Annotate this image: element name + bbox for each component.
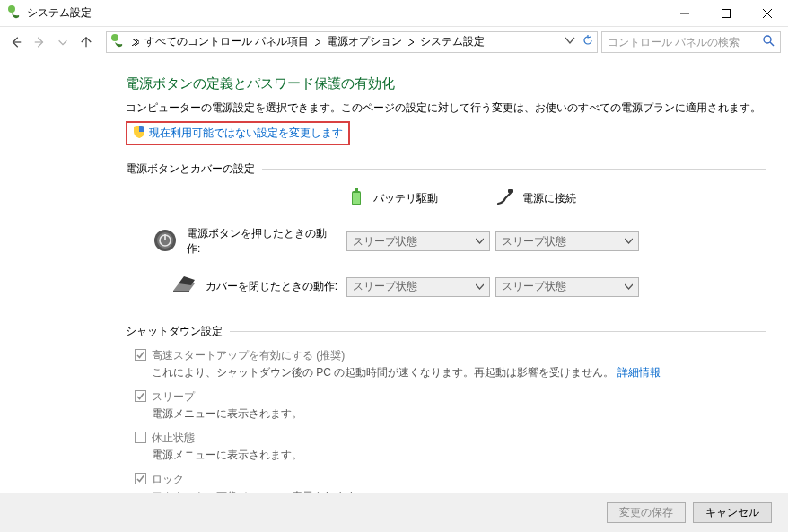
svg-line-10 bbox=[770, 42, 774, 46]
column-header-plugged: 電源に接続 bbox=[495, 188, 639, 210]
chevron-down-icon bbox=[476, 281, 484, 293]
option-label: 休止状態 bbox=[152, 431, 302, 446]
window-controls bbox=[664, 0, 788, 27]
chevron-down-icon bbox=[625, 235, 633, 248]
breadcrumbs: すべてのコントロール パネル項目 電源オプション システム設定 bbox=[128, 34, 561, 49]
shutdown-option: 高速スタートアップを有効にする (推奨)これにより、シャットダウン後の PC の… bbox=[135, 348, 766, 386]
breadcrumb-item[interactable]: 電源オプション bbox=[325, 34, 404, 49]
column-label: バッテリ駆動 bbox=[373, 191, 438, 206]
power-icon bbox=[153, 228, 178, 256]
row-power-button: 電源ボタンを押したときの動作: bbox=[153, 226, 341, 257]
select-value: スリープ状態 bbox=[502, 279, 566, 294]
chevron-down-icon bbox=[625, 281, 633, 293]
shutdown-section: シャットダウン設定 高速スタートアップを有効にする (推奨)これにより、シャット… bbox=[126, 324, 766, 513]
option-label: スリープ bbox=[152, 389, 302, 405]
page-description: コンピューターの電源設定を選択できます。このページの設定に対して行う変更は、お使… bbox=[126, 100, 766, 116]
app-icon bbox=[7, 4, 22, 22]
close-button[interactable] bbox=[747, 0, 788, 27]
option-label: ロック bbox=[152, 472, 367, 487]
option-label: 高速スタートアップを有効にする (推奨) bbox=[152, 348, 661, 363]
select-value: スリープ状態 bbox=[353, 279, 417, 294]
search-icon[interactable] bbox=[762, 34, 780, 49]
content-area: 電源ボタンの定義とパスワード保護の有効化 コンピューターの電源設定を選択できます… bbox=[0, 57, 788, 513]
details-link[interactable]: 詳細情報 bbox=[617, 366, 661, 379]
page-heading: 電源ボタンの定義とパスワード保護の有効化 bbox=[126, 75, 766, 92]
option-checkbox[interactable] bbox=[135, 349, 146, 361]
footer: 変更の保存 キャンセル bbox=[0, 493, 788, 532]
nav-back-button[interactable] bbox=[5, 31, 27, 53]
uac-shield-icon bbox=[133, 126, 149, 141]
option-checkbox[interactable] bbox=[135, 390, 146, 402]
lid-close-plugged-select[interactable]: スリープ状態 bbox=[495, 277, 639, 297]
nav-forward-button[interactable] bbox=[29, 31, 50, 53]
minimize-button[interactable] bbox=[664, 0, 705, 27]
shutdown-option: スリープ電源メニューに表示されます。 bbox=[135, 389, 766, 427]
address-icon bbox=[107, 33, 125, 50]
svg-point-9 bbox=[764, 36, 771, 43]
row-lid-close: カバーを閉じたときの動作: bbox=[153, 273, 341, 301]
breadcrumb-item[interactable]: すべてのコントロール パネル項目 bbox=[143, 34, 311, 49]
option-description: 電源メニューに表示されます。 bbox=[152, 448, 302, 463]
svg-rect-13 bbox=[353, 193, 360, 204]
svg-point-8 bbox=[111, 34, 118, 41]
option-checkbox[interactable] bbox=[135, 432, 146, 443]
search-input[interactable] bbox=[602, 36, 762, 48]
lid-icon bbox=[171, 273, 197, 301]
column-label: 電源に接続 bbox=[522, 191, 576, 206]
power-button-plugged-select[interactable]: スリープ状態 bbox=[495, 231, 639, 251]
power-button-on-battery-select[interactable]: スリープ状態 bbox=[346, 231, 490, 251]
power-button-section: 電源ボタンとカバーの設定 バッテリ駆動 電源に接続 電源ボタンを押したときの動作… bbox=[126, 161, 766, 308]
option-description: これにより、シャットダウン後の PC の起動時間が速くなります。再起動は影響を受… bbox=[152, 365, 661, 380]
svg-point-0 bbox=[8, 5, 15, 13]
svg-rect-14 bbox=[508, 189, 513, 193]
select-value: スリープ状態 bbox=[502, 234, 566, 249]
svg-rect-12 bbox=[355, 188, 358, 191]
chevron-down-icon bbox=[476, 235, 484, 248]
nav-up-button[interactable] bbox=[75, 31, 97, 53]
shutdown-option: 休止状態電源メニューに表示されます。 bbox=[135, 431, 766, 468]
breadcrumb-item[interactable]: システム設定 bbox=[418, 34, 486, 49]
admin-link-label: 現在利用可能ではない設定を変更します bbox=[149, 126, 343, 141]
address-bar[interactable]: すべてのコントロール パネル項目 電源オプション システム設定 bbox=[106, 31, 598, 53]
row-label-text: カバーを閉じたときの動作: bbox=[206, 279, 337, 294]
shutdown-legend: シャットダウン設定 bbox=[126, 324, 230, 339]
crumb-prefix-sep-icon[interactable] bbox=[128, 36, 143, 48]
address-dropdown-icon[interactable] bbox=[565, 35, 575, 48]
battery-icon bbox=[346, 188, 366, 210]
option-checkbox[interactable] bbox=[135, 473, 146, 484]
maximize-button[interactable] bbox=[705, 0, 747, 27]
column-header-battery: バッテリ駆動 bbox=[346, 188, 490, 210]
search-box[interactable] bbox=[601, 31, 781, 53]
svg-rect-2 bbox=[722, 9, 731, 17]
plug-icon bbox=[495, 188, 515, 210]
option-description: 電源メニューに表示されます。 bbox=[152, 406, 302, 422]
nav-recent-dropdown[interactable] bbox=[52, 31, 74, 53]
lid-close-on-battery-select[interactable]: スリープ状態 bbox=[346, 277, 490, 297]
window-title: システム設定 bbox=[27, 5, 92, 21]
power-button-legend: 電源ボタンとカバーの設定 bbox=[126, 161, 262, 177]
select-value: スリープ状態 bbox=[353, 234, 417, 249]
navbar: すべてのコントロール パネル項目 電源オプション システム設定 bbox=[0, 27, 788, 57]
titlebar: システム設定 bbox=[0, 0, 788, 27]
cancel-button[interactable]: キャンセル bbox=[693, 502, 772, 523]
change-unavailable-settings-link[interactable]: 現在利用可能ではない設定を変更します bbox=[126, 121, 350, 145]
refresh-icon[interactable] bbox=[582, 35, 593, 48]
save-button[interactable]: 変更の保存 bbox=[607, 502, 686, 523]
row-label-text: 電源ボタンを押したときの動作: bbox=[187, 226, 337, 257]
chevron-right-icon[interactable] bbox=[404, 36, 418, 48]
chevron-right-icon[interactable] bbox=[311, 36, 325, 48]
